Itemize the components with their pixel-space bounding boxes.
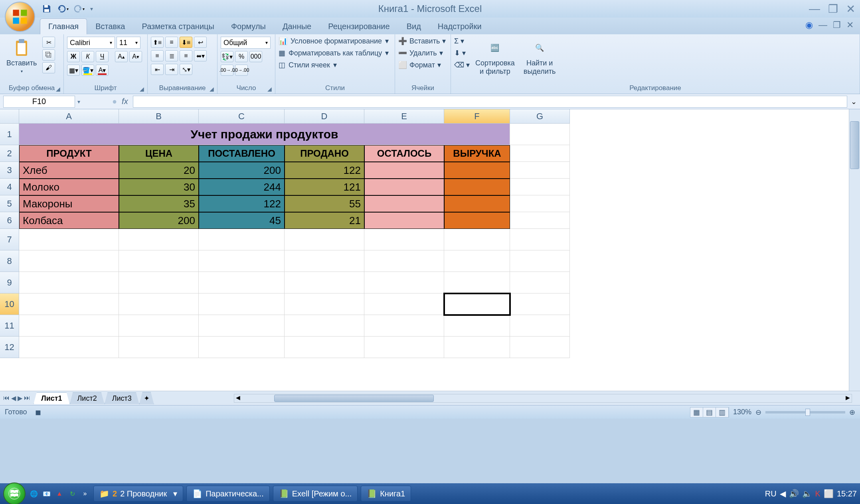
cell[interactable]: 45: [199, 212, 285, 229]
cell[interactable]: Хлеб: [19, 162, 119, 179]
cell[interactable]: Колбаса: [19, 212, 119, 229]
restore-window-icon[interactable]: ❐: [833, 20, 841, 30]
horizontal-scrollbar[interactable]: ◀ ▶: [234, 394, 852, 403]
taskbar-item[interactable]: 📄Парактическа...: [186, 486, 270, 502]
number-format-select[interactable]: Общий▾: [221, 37, 271, 49]
insert-cells-button[interactable]: ➕Вставить ▾: [398, 37, 446, 45]
cell[interactable]: [199, 272, 285, 293]
restore-app-icon[interactable]: ❐: [828, 2, 838, 16]
fill-color-icon[interactable]: 🪣▾: [81, 65, 94, 76]
decrease-decimal-icon[interactable]: .0→.00: [235, 65, 248, 76]
fx-icon[interactable]: fx: [122, 97, 128, 106]
col-header[interactable]: C: [199, 109, 285, 124]
cell[interactable]: [19, 272, 119, 293]
cell[interactable]: [510, 272, 570, 293]
close-window-icon[interactable]: ✕: [846, 20, 854, 30]
close-app-icon[interactable]: ✕: [846, 2, 855, 16]
shrink-font-icon[interactable]: A▾: [129, 51, 142, 62]
cell[interactable]: [364, 315, 444, 337]
cell[interactable]: [444, 250, 510, 272]
tab-view[interactable]: Вид: [398, 18, 429, 34]
ql-icon[interactable]: 📧: [42, 488, 52, 499]
underline-button[interactable]: Ч: [96, 51, 109, 62]
cell[interactable]: 30: [119, 179, 199, 195]
cell[interactable]: [285, 337, 364, 358]
cell[interactable]: [199, 250, 285, 272]
col-header[interactable]: F: [444, 109, 510, 124]
wrap-text-icon[interactable]: ↩: [194, 37, 207, 48]
cell[interactable]: [510, 293, 570, 315]
find-select-button[interactable]: 🔍 Найти и выделить: [520, 37, 559, 77]
tab-home[interactable]: Главная: [40, 18, 87, 34]
autosum-icon[interactable]: Σ ▾: [454, 37, 470, 45]
orientation-icon[interactable]: ⤡▾: [180, 64, 192, 75]
cell[interactable]: ПРОДУКТ: [19, 145, 119, 162]
cell[interactable]: Молоко: [19, 179, 119, 195]
formula-bar-expand-icon[interactable]: ⌄: [847, 97, 860, 106]
minimize-window-icon[interactable]: —: [818, 20, 827, 30]
percent-icon[interactable]: %: [235, 51, 248, 62]
page-layout-view-icon[interactable]: ▤: [703, 408, 716, 417]
cell[interactable]: [199, 337, 285, 358]
start-button[interactable]: [3, 482, 26, 504]
font-color-icon[interactable]: A▾: [96, 65, 109, 76]
sheet-nav-last-icon[interactable]: ⏭: [24, 394, 30, 402]
cell[interactable]: [510, 195, 570, 212]
cell[interactable]: [119, 315, 199, 337]
sheet-nav-next-icon[interactable]: ▶: [18, 394, 22, 402]
align-center-icon[interactable]: ≣: [165, 50, 178, 61]
zoom-out-icon[interactable]: ⊖: [755, 408, 761, 417]
new-sheet-icon[interactable]: ✦: [139, 392, 154, 404]
clear-icon[interactable]: ⌫ ▾: [454, 61, 470, 69]
cell[interactable]: [510, 337, 570, 358]
ql-icon[interactable]: ↻: [67, 488, 77, 499]
cell[interactable]: [285, 229, 364, 250]
comma-style-icon[interactable]: 000: [249, 51, 262, 62]
format-cells-button[interactable]: ⬜Формат ▾: [398, 61, 441, 69]
cell[interactable]: [510, 229, 570, 250]
tab-data[interactable]: Данные: [274, 18, 320, 34]
increase-decimal-icon[interactable]: .00→.0: [221, 65, 233, 76]
dialog-launcher-icon[interactable]: ◢: [140, 86, 144, 92]
cell[interactable]: [510, 179, 570, 195]
tab-addins[interactable]: Надстройки: [429, 18, 490, 34]
grow-font-icon[interactable]: A▴: [115, 51, 128, 62]
row-header[interactable]: 12: [0, 337, 19, 358]
increase-indent-icon[interactable]: ⇥: [165, 64, 178, 75]
cell[interactable]: [510, 162, 570, 179]
align-left-icon[interactable]: ≡: [151, 50, 164, 61]
copy-icon[interactable]: ⿻: [42, 49, 55, 61]
conditional-formatting-button[interactable]: 📊Условное форматирование ▾: [279, 37, 389, 45]
cell[interactable]: 200: [119, 212, 199, 229]
cell[interactable]: [510, 124, 570, 145]
taskbar-item[interactable]: 📗Книга1: [361, 486, 411, 502]
ql-icon[interactable]: ▲: [54, 488, 65, 499]
redo-icon[interactable]: ▾: [72, 2, 85, 16]
cell[interactable]: [510, 250, 570, 272]
formula-input[interactable]: [133, 96, 847, 108]
cell[interactable]: [444, 293, 510, 315]
font-name-select[interactable]: Calibri ▾: [67, 37, 115, 49]
tab-page-layout[interactable]: Разметка страницы: [133, 18, 222, 34]
cell[interactable]: [285, 315, 364, 337]
align-right-icon[interactable]: ≡: [180, 50, 192, 61]
dialog-launcher-icon[interactable]: ◢: [56, 86, 60, 92]
align-middle-icon[interactable]: ≡: [165, 37, 178, 48]
sheet-tab[interactable]: Лист1: [34, 392, 70, 404]
cell[interactable]: [285, 250, 364, 272]
row-header[interactable]: 1: [0, 124, 19, 145]
cell[interactable]: [199, 229, 285, 250]
tab-formulas[interactable]: Формулы: [223, 18, 274, 34]
cell[interactable]: [199, 293, 285, 315]
office-button[interactable]: [5, 2, 35, 32]
tray-icon[interactable]: 🔊: [789, 489, 799, 498]
cell[interactable]: [364, 293, 444, 315]
clock[interactable]: 15:27: [837, 489, 857, 498]
cell[interactable]: [364, 272, 444, 293]
cell[interactable]: [19, 315, 119, 337]
cell[interactable]: [364, 212, 444, 229]
cell[interactable]: [444, 337, 510, 358]
cell[interactable]: 200: [199, 162, 285, 179]
cell[interactable]: [199, 315, 285, 337]
cell[interactable]: 122: [199, 195, 285, 212]
